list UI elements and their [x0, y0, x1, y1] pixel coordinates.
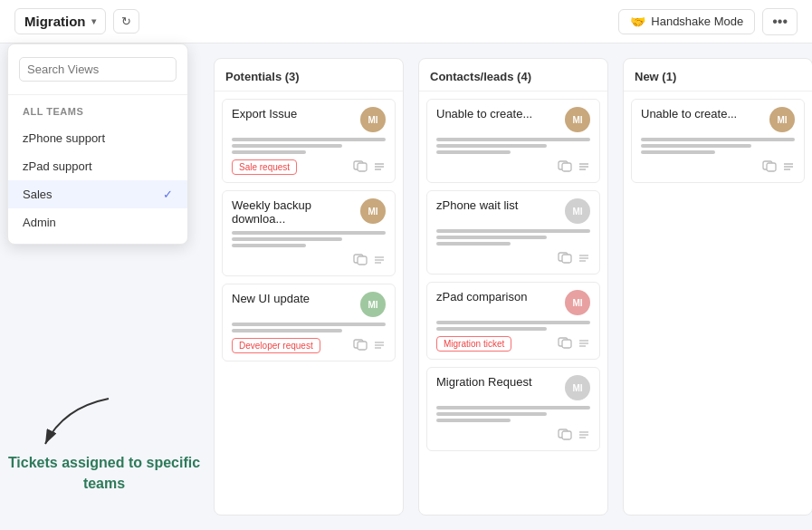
- card-title: zPad comparison: [436, 290, 559, 304]
- sidebar-item-sales[interactable]: Sales ✓: [8, 180, 187, 208]
- progress-line: [436, 321, 590, 324]
- card-icons: [558, 336, 590, 352]
- sidebar-item-all-teams[interactable]: ALL TEAMS: [8, 99, 187, 124]
- col-body-new: Unable to create...MI: [624, 92, 812, 515]
- divider: [8, 94, 187, 95]
- card-header: Weekly backup downloa...MI: [232, 198, 386, 226]
- card-title: Unable to create...: [436, 107, 559, 120]
- progress-line: [641, 144, 751, 148]
- svg-rect-26: [562, 340, 571, 348]
- progress-lines: [436, 406, 590, 422]
- card-link-icon[interactable]: [353, 253, 368, 268]
- header: Migration ▾ ↻ 🤝 Handshake Mode •••: [0, 0, 812, 43]
- kanban-board: Potentials (3)Export IssueMISale request…: [199, 43, 812, 530]
- card-icons: [762, 159, 795, 175]
- card-unable-to-create-2[interactable]: Unable to create...MI: [631, 99, 805, 183]
- card-link-icon[interactable]: [558, 428, 572, 443]
- avatar: MI: [565, 107, 590, 132]
- card-footer: [436, 428, 590, 443]
- progress-lines: [232, 231, 386, 247]
- card-list-icon[interactable]: [578, 160, 590, 175]
- card-tag: Migration ticket: [436, 336, 511, 352]
- card-link-icon[interactable]: [762, 159, 777, 175]
- card-new-ui-update[interactable]: New UI updateMIDeveloper request: [222, 284, 396, 361]
- progress-line: [232, 144, 342, 148]
- card-footer: Migration ticket: [436, 336, 590, 352]
- refresh-button[interactable]: ↻: [113, 9, 139, 34]
- svg-rect-31: [562, 431, 571, 439]
- card-list-icon[interactable]: [578, 252, 590, 266]
- card-unable-to-create-1[interactable]: Unable to create...MI: [426, 99, 600, 183]
- chevron-down-icon: ▾: [91, 16, 96, 26]
- progress-lines: [232, 323, 386, 332]
- progress-lines: [232, 138, 386, 154]
- migration-title: Migration: [24, 14, 86, 29]
- col-header-new: New (1): [624, 59, 812, 92]
- card-weekly-backup[interactable]: Weekly backup downloa...MI: [222, 190, 396, 276]
- card-list-icon[interactable]: [373, 254, 386, 268]
- card-link-icon[interactable]: [558, 251, 572, 266]
- avatar: MI: [360, 198, 386, 224]
- migration-dropdown-button[interactable]: Migration ▾: [14, 8, 106, 34]
- kanban-column-new: New (1)Unable to create...MI: [623, 58, 812, 516]
- annotation-text: Tickets assigned to specific teams: [0, 453, 208, 494]
- card-zphone-wait[interactable]: zPhone wait listMI: [426, 190, 600, 275]
- card-header: Unable to create...MI: [436, 107, 590, 132]
- progress-line: [641, 138, 795, 141]
- avatar: MI: [360, 292, 386, 317]
- progress-line: [232, 329, 342, 332]
- annotation-arrow: [27, 390, 136, 453]
- sidebar-item-zphone[interactable]: zPhone support: [8, 124, 187, 152]
- card-title: Export Issue: [232, 107, 355, 120]
- card-header: Unable to create...MI: [641, 107, 795, 132]
- progress-line: [436, 138, 590, 141]
- col-body-contacts-leads: Unable to create...MIzPhone wait listMIz…: [419, 92, 607, 515]
- card-icons: [558, 159, 590, 175]
- card-title: Unable to create...: [641, 107, 764, 120]
- card-header: Migration RequestMI: [436, 375, 590, 400]
- team-dropdown: ALL TEAMS zPhone support zPad support Sa…: [7, 43, 188, 245]
- card-export-issue[interactable]: Export IssueMISale request: [222, 99, 396, 183]
- progress-line: [436, 327, 547, 331]
- col-body-potentials: Export IssueMISale requestWeekly backup …: [215, 92, 403, 515]
- progress-line: [232, 150, 306, 154]
- card-list-icon[interactable]: [578, 429, 590, 443]
- card-link-icon[interactable]: [353, 338, 368, 353]
- progress-line: [436, 412, 547, 416]
- progress-line: [436, 406, 590, 410]
- progress-line: [232, 323, 386, 326]
- progress-line: [436, 242, 511, 246]
- avatar: MI: [565, 290, 590, 315]
- progress-line: [436, 236, 547, 239]
- card-link-icon[interactable]: [353, 159, 368, 175]
- sidebar-item-admin[interactable]: Admin: [8, 208, 187, 236]
- card-zpad-comparison[interactable]: zPad comparisonMIMigration ticket: [426, 282, 600, 360]
- col-header-potentials: Potentials (3): [215, 59, 403, 92]
- card-list-icon[interactable]: [373, 160, 386, 175]
- search-views-input[interactable]: [19, 57, 177, 82]
- handshake-mode-button[interactable]: 🤝 Handshake Mode: [618, 9, 755, 34]
- avatar: MI: [565, 375, 590, 400]
- progress-line: [232, 231, 386, 235]
- svg-rect-21: [562, 255, 571, 263]
- card-link-icon[interactable]: [558, 159, 572, 175]
- progress-lines: [641, 138, 795, 154]
- card-icons: [558, 251, 590, 266]
- card-footer: Developer request: [232, 338, 386, 353]
- kanban-column-potentials: Potentials (3)Export IssueMISale request…: [214, 58, 404, 516]
- svg-rect-16: [562, 163, 571, 171]
- sidebar-item-zpad[interactable]: zPad support: [8, 152, 187, 180]
- card-icons: [353, 159, 386, 175]
- handshake-icon: 🤝: [630, 14, 645, 29]
- card-list-icon[interactable]: [373, 339, 386, 353]
- card-list-icon[interactable]: [782, 160, 795, 175]
- card-icons: [558, 428, 590, 443]
- card-link-icon[interactable]: [558, 336, 572, 352]
- card-icons: [353, 338, 386, 353]
- avatar: MI: [769, 107, 795, 132]
- card-migration-request[interactable]: Migration RequestMI: [426, 367, 600, 451]
- more-options-button[interactable]: •••: [762, 8, 798, 35]
- progress-line: [232, 237, 342, 241]
- card-footer: [436, 159, 590, 175]
- card-list-icon[interactable]: [578, 337, 590, 352]
